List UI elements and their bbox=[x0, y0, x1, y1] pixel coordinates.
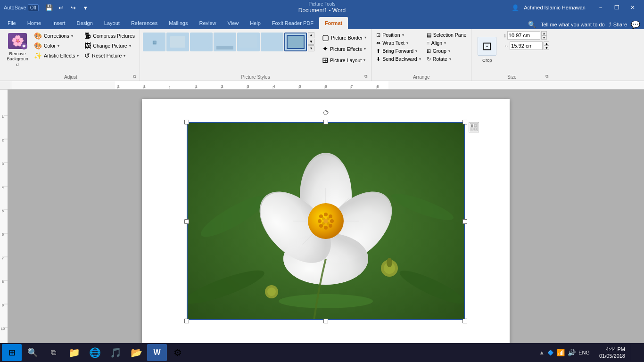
handle-middle-left[interactable] bbox=[184, 219, 189, 224]
handle-bottom-left[interactable] bbox=[184, 319, 189, 323]
redo-icon[interactable]: ↪ bbox=[69, 3, 78, 12]
start-button[interactable]: ⊞ bbox=[2, 344, 22, 361]
width-input[interactable] bbox=[510, 41, 543, 50]
undo-icon[interactable]: ↩ bbox=[57, 3, 66, 12]
width-down[interactable]: ▼ bbox=[544, 46, 549, 50]
picture-layout-button[interactable]: ⊞ Picture Layout ▾ bbox=[320, 55, 368, 66]
picture-styles-expand[interactable]: ⧉ bbox=[364, 74, 369, 79]
gallery-scroll-down[interactable]: ▼ bbox=[308, 39, 314, 45]
height-down[interactable]: ▼ bbox=[541, 35, 547, 40]
tab-help[interactable]: Help bbox=[244, 17, 266, 29]
style-thumb-4[interactable] bbox=[214, 33, 236, 51]
handle-bottom-middle[interactable] bbox=[323, 319, 328, 323]
quick-access-more[interactable]: ▾ bbox=[81, 3, 91, 12]
style-thumb-1[interactable]: ▦ bbox=[143, 33, 165, 51]
search-button[interactable]: 🔍 bbox=[23, 344, 42, 361]
reset-dropdown[interactable]: ▾ bbox=[124, 54, 125, 58]
bring-forward-button[interactable]: ⬆ Bring Forward ▾ bbox=[374, 47, 423, 55]
comments-button[interactable]: 💬 bbox=[631, 20, 640, 29]
file-manager-button[interactable]: 📂 bbox=[126, 344, 146, 361]
tab-design[interactable]: Design bbox=[71, 17, 99, 29]
rotate-handle[interactable] bbox=[323, 110, 328, 115]
tab-view[interactable]: View bbox=[222, 17, 245, 29]
layout-options-button[interactable] bbox=[469, 122, 479, 132]
save-icon[interactable]: 💾 bbox=[44, 3, 54, 12]
align-button[interactable]: ≡ Align ▾ bbox=[425, 39, 469, 47]
position-button[interactable]: ⊡ Position ▾ bbox=[374, 31, 423, 39]
task-view-button[interactable]: ⧉ bbox=[43, 344, 63, 361]
width-up[interactable]: ▲ bbox=[544, 41, 549, 46]
profile-icon[interactable]: 👤 bbox=[511, 3, 520, 12]
handle-top-right[interactable] bbox=[462, 120, 467, 124]
align-dropdown[interactable]: ▾ bbox=[444, 41, 446, 45]
tab-format[interactable]: Format bbox=[319, 17, 348, 29]
handle-bottom-right[interactable] bbox=[462, 319, 467, 323]
compress-pictures-button[interactable]: 🗜 Compress Pictures bbox=[83, 31, 137, 41]
media-button[interactable]: 🎵 bbox=[106, 344, 125, 361]
rotate-dropdown[interactable]: ▾ bbox=[449, 57, 451, 61]
tab-layout[interactable]: Layout bbox=[99, 17, 125, 29]
tab-review[interactable]: Review bbox=[194, 17, 222, 29]
selection-pane-button[interactable]: ▤ Selection Pane bbox=[425, 31, 469, 39]
change-picture-button[interactable]: 🖼 Change Picture ▾ bbox=[83, 41, 137, 50]
search-placeholder[interactable]: Tell me what you want to do bbox=[541, 22, 605, 27]
search-ribbon-icon[interactable]: 🔍 bbox=[528, 20, 537, 29]
style-thumb-7[interactable] bbox=[284, 33, 307, 51]
picture-effects-dropdown[interactable]: ▾ bbox=[364, 47, 366, 51]
style-thumb-5[interactable] bbox=[237, 33, 260, 51]
picture-effects-button[interactable]: ✦ Picture Effects ▾ bbox=[320, 43, 368, 54]
network-icon[interactable]: 📶 bbox=[557, 349, 565, 356]
position-dropdown[interactable]: ▾ bbox=[402, 33, 404, 37]
file-explorer-button[interactable]: 📁 bbox=[64, 344, 84, 361]
remove-background-button[interactable]: 🌸 ✱ Remove Background bbox=[5, 31, 30, 69]
handle-top-left[interactable] bbox=[184, 120, 189, 124]
reset-picture-button[interactable]: ↺ Reset Picture ▾ bbox=[83, 51, 137, 60]
adjust-expand-button[interactable]: ⧉ bbox=[133, 74, 138, 79]
tab-mailings[interactable]: Mailings bbox=[163, 17, 193, 29]
size-expand[interactable]: ⧉ bbox=[545, 74, 550, 79]
corrections-button[interactable]: 🎨 Corrections ▾ bbox=[32, 31, 81, 41]
picture-border-dropdown[interactable]: ▾ bbox=[364, 35, 366, 40]
group-button[interactable]: ⊞ Group ▾ bbox=[425, 47, 469, 55]
artistic-effects-dropdown[interactable]: ▾ bbox=[77, 54, 79, 58]
autosave-badge[interactable]: Off bbox=[28, 4, 39, 11]
volume-icon[interactable]: 🔊 bbox=[568, 349, 576, 356]
language-indicator[interactable]: ENG bbox=[578, 350, 590, 355]
style-thumb-3[interactable] bbox=[190, 33, 213, 51]
close-button[interactable]: ✕ bbox=[625, 1, 640, 14]
tab-insert[interactable]: Insert bbox=[47, 17, 71, 29]
handle-top-middle[interactable] bbox=[323, 120, 328, 124]
gallery-scroll-expand[interactable]: ▾ bbox=[308, 45, 314, 51]
restore-button[interactable]: ❐ bbox=[609, 1, 624, 14]
style-thumb-2[interactable] bbox=[166, 33, 189, 51]
change-picture-dropdown[interactable]: ▾ bbox=[129, 44, 131, 48]
tab-home[interactable]: Home bbox=[22, 17, 47, 29]
color-button[interactable]: 🎨 Color ▾ bbox=[32, 41, 81, 50]
show-desktop-button[interactable] bbox=[631, 344, 642, 361]
crop-button[interactable]: ⊡ Crop bbox=[474, 31, 500, 69]
bluetooth-icon[interactable]: 🔷 bbox=[547, 350, 554, 356]
rotate-button[interactable]: ↻ Rotate ▾ bbox=[425, 55, 469, 63]
bring-forward-dropdown[interactable]: ▾ bbox=[415, 49, 417, 53]
group-dropdown[interactable]: ▾ bbox=[448, 49, 450, 53]
share-button[interactable]: ⤴ Share bbox=[609, 22, 627, 27]
send-backward-button[interactable]: ⬇ Send Backward ▾ bbox=[374, 55, 423, 63]
send-backward-dropdown[interactable]: ▾ bbox=[419, 57, 421, 61]
word-button[interactable]: W bbox=[147, 344, 167, 361]
minimize-button[interactable]: − bbox=[593, 1, 608, 14]
wrap-text-button[interactable]: ⇔ Wrap Text ▾ bbox=[374, 39, 423, 47]
handle-middle-right[interactable] bbox=[462, 219, 467, 224]
tray-arrow[interactable]: ▲ bbox=[539, 349, 545, 356]
artistic-effects-button[interactable]: ✨ Artistic Effects ▾ bbox=[32, 51, 81, 60]
gallery-scroll-up[interactable]: ▲ bbox=[308, 32, 314, 38]
height-input[interactable] bbox=[507, 31, 540, 40]
wrap-text-dropdown[interactable]: ▾ bbox=[406, 41, 408, 45]
picture-border-button[interactable]: ▢ Picture Border ▾ bbox=[320, 32, 368, 43]
color-dropdown[interactable]: ▾ bbox=[58, 44, 59, 48]
height-up[interactable]: ▲ bbox=[541, 31, 547, 35]
corrections-dropdown[interactable]: ▾ bbox=[71, 34, 73, 38]
chrome-button[interactable]: 🌐 bbox=[85, 344, 105, 361]
tab-references[interactable]: References bbox=[125, 17, 163, 29]
tab-file[interactable]: File bbox=[2, 17, 22, 29]
picture-layout-dropdown[interactable]: ▾ bbox=[363, 58, 365, 62]
